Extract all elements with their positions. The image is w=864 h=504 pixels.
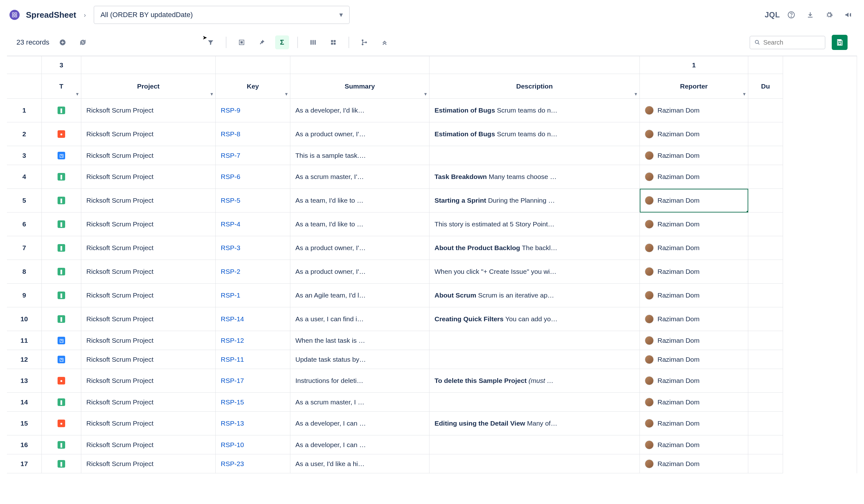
cell-project[interactable]: Ricksoft Scrum Project <box>81 350 216 369</box>
cell-description[interactable]: Starting a Sprint During the Planning … <box>430 189 640 213</box>
cell-project[interactable]: Ricksoft Scrum Project <box>81 236 216 260</box>
cell-summary[interactable]: Update task status by… <box>290 350 430 369</box>
header-project[interactable]: Project▾ <box>81 74 216 99</box>
cell-project[interactable]: Ricksoft Scrum Project <box>81 393 216 412</box>
cell-type[interactable]: ◳ <box>42 331 81 350</box>
cell-project[interactable]: Ricksoft Scrum Project <box>81 99 216 122</box>
cell-due[interactable] <box>748 435 783 454</box>
row-number[interactable]: 5 <box>7 189 42 213</box>
filter-dropdown[interactable]: All (ORDER BY updatedDate) ▾ <box>94 6 350 24</box>
cell-description[interactable] <box>430 146 640 165</box>
cell-reporter[interactable]: Raziman Dom <box>640 454 748 473</box>
cell-due[interactable] <box>748 284 783 307</box>
cell-type[interactable]: ❚ <box>42 236 81 260</box>
cell-summary[interactable]: As a product owner, I'… <box>290 236 430 260</box>
cell-summary[interactable]: As a scrum master, I … <box>290 393 430 412</box>
cell-reporter[interactable]: Raziman Dom <box>640 165 748 189</box>
cell-key[interactable]: RSP-23 <box>216 454 290 473</box>
cell-description[interactable] <box>430 331 640 350</box>
cell-reporter[interactable]: Raziman Dom <box>640 350 748 369</box>
cell-due[interactable] <box>748 393 783 412</box>
cell-type[interactable]: ● <box>42 369 81 393</box>
cell-project[interactable]: Ricksoft Scrum Project <box>81 284 216 307</box>
chevron-down-icon[interactable]: ▾ <box>211 92 213 96</box>
row-number[interactable]: 17 <box>7 454 42 473</box>
chevron-down-icon[interactable]: ▾ <box>424 92 427 96</box>
cell-description[interactable] <box>430 350 640 369</box>
header-due[interactable]: Du <box>748 74 783 99</box>
chevron-down-icon[interactable]: ▾ <box>743 92 745 96</box>
row-number[interactable]: 7 <box>7 236 42 260</box>
cell-project[interactable]: Ricksoft Scrum Project <box>81 122 216 146</box>
row-number[interactable]: 3 <box>7 146 42 165</box>
cell-type[interactable]: ◳ <box>42 350 81 369</box>
cell-summary[interactable]: As a user, I can find i… <box>290 307 430 331</box>
filter-icon[interactable] <box>204 35 218 49</box>
cell-type[interactable]: ❚ <box>42 189 81 213</box>
cell-due[interactable] <box>748 189 783 213</box>
cell-description[interactable]: To delete this Sample Project (must … <box>430 369 640 393</box>
cell-reporter[interactable]: Raziman Dom <box>640 393 748 412</box>
row-number[interactable]: 15 <box>7 412 42 435</box>
cell-reporter[interactable]: Raziman Dom <box>640 213 748 236</box>
cell-key[interactable]: RSP-3 <box>216 236 290 260</box>
cell-reporter[interactable]: Raziman Dom <box>640 260 748 284</box>
cell-type[interactable]: ❚ <box>42 454 81 473</box>
row-number[interactable]: 1 <box>7 99 42 122</box>
cell-key[interactable]: RSP-7 <box>216 146 290 165</box>
cell-key[interactable]: RSP-5 <box>216 189 290 213</box>
cell-key[interactable]: RSP-10 <box>216 435 290 454</box>
cell-due[interactable] <box>748 412 783 435</box>
cell-reporter[interactable]: Raziman Dom <box>640 236 748 260</box>
cell-summary[interactable]: Instructions for deleti… <box>290 369 430 393</box>
row-number[interactable]: 12 <box>7 350 42 369</box>
row-number[interactable]: 13 <box>7 369 42 393</box>
cell-key[interactable]: RSP-1 <box>216 284 290 307</box>
pin-icon[interactable] <box>255 35 269 49</box>
hierarchy-icon[interactable] <box>357 35 371 49</box>
jql-button[interactable]: JQL <box>766 9 779 21</box>
cell-type[interactable]: ◳ <box>42 146 81 165</box>
cell-type[interactable]: ❚ <box>42 435 81 454</box>
row-number[interactable]: 6 <box>7 213 42 236</box>
cell-type[interactable]: ● <box>42 412 81 435</box>
type-badge[interactable]: 3 <box>42 56 81 74</box>
cell-key[interactable]: RSP-12 <box>216 331 290 350</box>
save-button[interactable] <box>832 35 848 50</box>
cell-due[interactable] <box>748 307 783 331</box>
download-icon[interactable] <box>804 9 817 21</box>
cell-key[interactable]: RSP-17 <box>216 369 290 393</box>
grid-icon[interactable] <box>326 35 340 49</box>
cell-description[interactable]: This story is estimated at 5 Story Point… <box>430 213 640 236</box>
row-number[interactable]: 2 <box>7 122 42 146</box>
cell-key[interactable]: RSP-9 <box>216 99 290 122</box>
cell-project[interactable]: Ricksoft Scrum Project <box>81 165 216 189</box>
cell-reporter[interactable]: Raziman Dom <box>640 369 748 393</box>
reporter-badge[interactable]: 1 <box>640 56 748 74</box>
cell-due[interactable] <box>748 350 783 369</box>
row-number[interactable]: 8 <box>7 260 42 284</box>
search-input[interactable] <box>763 39 820 46</box>
cell-reporter[interactable]: Raziman Dom <box>640 99 748 122</box>
cell-due[interactable] <box>748 213 783 236</box>
cell-description[interactable] <box>430 454 640 473</box>
help-icon[interactable] <box>785 9 797 21</box>
cell-description[interactable] <box>430 435 640 454</box>
cell-due[interactable] <box>748 165 783 189</box>
cell-summary[interactable]: As a developer, I'd lik… <box>290 99 430 122</box>
cell-description[interactable]: Editing using the Detail View Many of… <box>430 412 640 435</box>
chevron-down-icon[interactable]: ▾ <box>285 92 287 96</box>
header-type[interactable]: T▾ <box>42 74 81 99</box>
cell-type[interactable]: ❚ <box>42 393 81 412</box>
cell-description[interactable]: Task Breakdown Many teams choose … <box>430 165 640 189</box>
cell-due[interactable] <box>748 331 783 350</box>
cell-project[interactable]: Ricksoft Scrum Project <box>81 412 216 435</box>
cell-project[interactable]: Ricksoft Scrum Project <box>81 435 216 454</box>
cell-key[interactable]: RSP-13 <box>216 412 290 435</box>
cell-due[interactable] <box>748 122 783 146</box>
cell-reporter[interactable]: Raziman Dom <box>640 122 748 146</box>
megaphone-icon[interactable] <box>842 9 854 21</box>
cell-type[interactable]: ❚ <box>42 165 81 189</box>
cell-summary[interactable]: As a team, I'd like to … <box>290 213 430 236</box>
cell-due[interactable] <box>748 146 783 165</box>
